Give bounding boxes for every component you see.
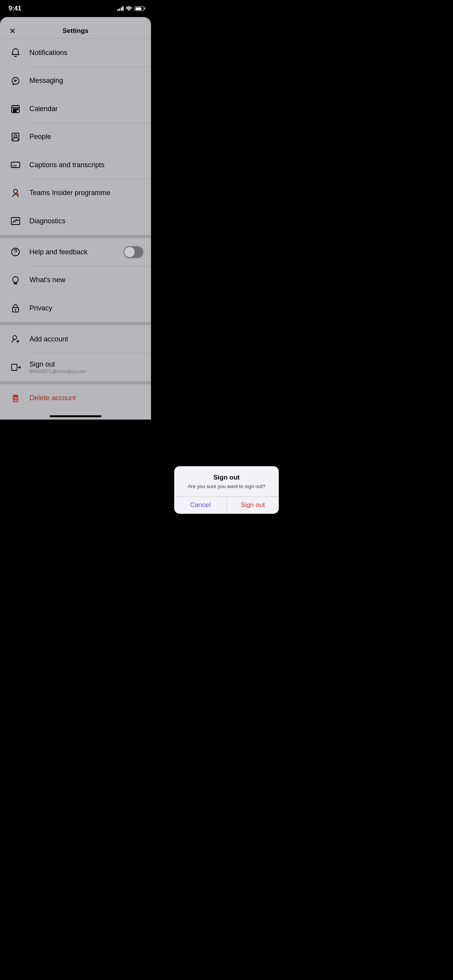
status-bar: 9:41	[0, 0, 151, 17]
wifi-icon	[126, 6, 132, 11]
signal-icon	[117, 6, 124, 11]
status-icons	[117, 6, 144, 11]
status-time: 9:41	[9, 5, 21, 12]
overlay-backdrop	[0, 17, 151, 420]
battery-icon	[134, 6, 144, 11]
